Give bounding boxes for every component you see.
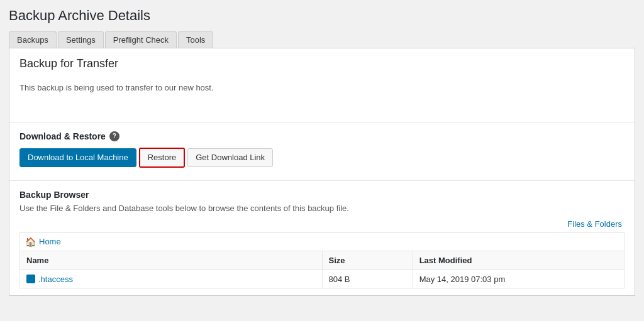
- action-buttons: Download to Local Machine Restore Get Do…: [19, 148, 625, 168]
- download-restore-label: Download & Restore: [19, 131, 106, 141]
- table-header-row: Name Size Last Modified: [20, 251, 625, 269]
- tab-preflight[interactable]: Preflight Check: [105, 31, 177, 48]
- file-link[interactable]: .htaccess: [26, 275, 316, 284]
- breadcrumb-bar: 🏠 Home: [19, 232, 625, 251]
- col-header-name: Name: [20, 251, 323, 269]
- file-table: Name Size Last Modified .htaccess804 BMa…: [19, 251, 625, 289]
- home-icon: 🏠: [25, 237, 36, 247]
- backup-browser-section: Backup Browser Use the File & Folders an…: [9, 181, 635, 295]
- backup-name: Backup for Transfer: [19, 57, 625, 70]
- tab-backups[interactable]: Backups: [9, 31, 57, 48]
- file-name-cell: .htaccess: [20, 269, 323, 288]
- col-header-size: Size: [322, 251, 413, 269]
- download-restore-heading: Download & Restore ?: [19, 131, 625, 141]
- col-header-modified: Last Modified: [413, 251, 624, 269]
- file-icon: [26, 275, 35, 283]
- page-wrapper: Backup Archive Details Backups Settings …: [0, 0, 644, 321]
- restore-button[interactable]: Restore: [139, 148, 186, 168]
- page-title: Backup Archive Details: [9, 8, 635, 24]
- tab-tools[interactable]: Tools: [178, 31, 213, 48]
- nav-tabs: Backups Settings Preflight Check Tools: [9, 31, 635, 48]
- download-button[interactable]: Download to Local Machine: [19, 148, 136, 167]
- backup-browser-heading: Backup Browser: [19, 190, 625, 200]
- breadcrumb-home[interactable]: Home: [39, 237, 61, 246]
- download-restore-section: Download & Restore ? Download to Local M…: [9, 122, 635, 181]
- backup-note: This backup is being used to transfer to…: [19, 77, 625, 113]
- backup-info-section: Backup for Transfer This backup is being…: [9, 48, 635, 122]
- content-card: Backup for Transfer This backup is being…: [9, 48, 635, 296]
- tab-settings[interactable]: Settings: [58, 31, 104, 48]
- file-modified-cell: May 14, 2019 07:03 pm: [413, 269, 624, 288]
- backup-browser-description: Use the File & Folders and Database tool…: [19, 204, 625, 213]
- table-row: .htaccess804 BMay 14, 2019 07:03 pm: [20, 269, 625, 288]
- file-size-cell: 804 B: [322, 269, 413, 288]
- files-folders-link[interactable]: Files & Folders: [19, 219, 625, 229]
- help-icon[interactable]: ?: [109, 131, 119, 141]
- get-download-link-button[interactable]: Get Download Link: [187, 148, 273, 167]
